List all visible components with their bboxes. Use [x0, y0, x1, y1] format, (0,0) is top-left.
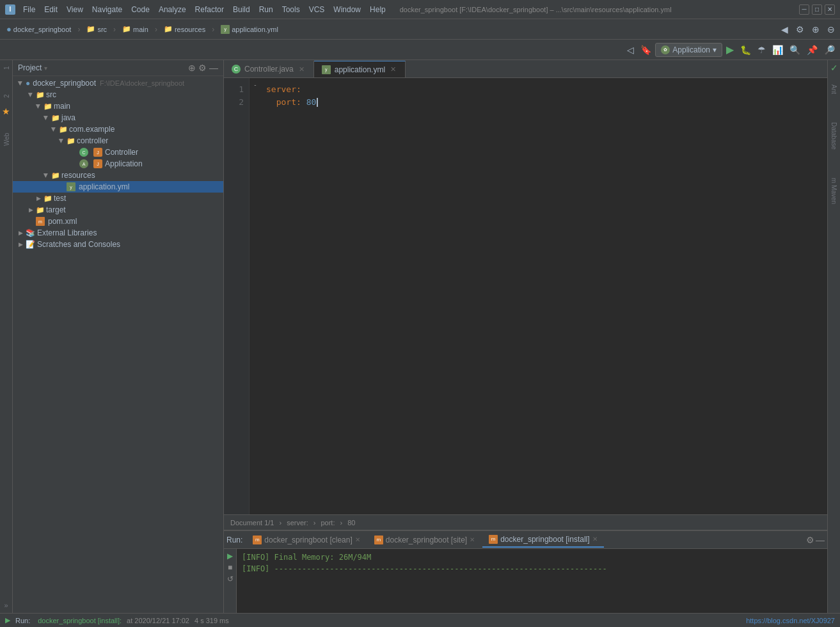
- arrow-main: ▶: [35, 102, 42, 110]
- tab-controllerjava[interactable]: C Controller.java ✕: [224, 61, 314, 77]
- project-btn[interactable]: ● docker_springboot: [3, 22, 75, 36]
- sidebar-settings-btn[interactable]: ⚙: [198, 63, 207, 73]
- menu-help[interactable]: Help: [366, 4, 390, 15]
- doc-info: Document 1/1: [230, 519, 274, 527]
- tree-item-src[interactable]: ▶ 📁 src: [13, 89, 223, 100]
- tab-controllerjava-close[interactable]: ✕: [297, 65, 306, 74]
- ant-icon[interactable]: Ant: [829, 82, 839, 97]
- nav-back-icon[interactable]: ◁: [624, 44, 637, 56]
- folder-comexample-icon: 📁: [59, 125, 68, 134]
- menu-navigate[interactable]: Navigate: [88, 4, 126, 15]
- fold-indicator-1[interactable]: -: [250, 78, 261, 91]
- star-icon[interactable]: ★: [1, 106, 12, 116]
- sidebar-sync-btn[interactable]: ⊕: [188, 63, 196, 73]
- code-key-server: server:: [266, 83, 301, 96]
- structure-icon[interactable]: 1: [1, 63, 12, 73]
- project-dropdown-arrow[interactable]: ▾: [44, 65, 47, 72]
- yml-icon: y: [221, 25, 230, 34]
- bottom-minimize-btn[interactable]: —: [816, 535, 825, 545]
- bottom-tab-clean-close[interactable]: ✕: [355, 536, 360, 543]
- appyml-btn[interactable]: y application.yml: [217, 23, 282, 36]
- bottom-settings-btn[interactable]: ⚙: [806, 535, 814, 545]
- menu-vcs[interactable]: VCS: [305, 4, 329, 15]
- tree-item-controller-folder[interactable]: ▶ 📁 controller: [13, 135, 223, 147]
- bottom-tab-clean[interactable]: m docker_springboot [clean] ✕: [246, 533, 366, 547]
- status-sep-2: ›: [313, 519, 316, 527]
- tree-item-appyml[interactable]: y application.yml: [13, 181, 223, 193]
- restore-button[interactable]: □: [812, 4, 822, 15]
- bottom-tab-install[interactable]: m docker_springboot [install] ✕: [482, 532, 603, 548]
- tree-item-java[interactable]: ▶ 📁 java: [13, 112, 223, 123]
- menu-analyze[interactable]: Analyze: [155, 4, 190, 15]
- run-config-dropdown[interactable]: ✿ Application ▾: [655, 43, 722, 57]
- bottom-tab-site[interactable]: m docker_springboot [site] ✕: [368, 533, 481, 547]
- tree-item-scratches[interactable]: ▶ 📝 Scratches and Consoles: [13, 239, 223, 250]
- sidebar-actions: ⊕ ⚙ —: [188, 63, 218, 73]
- bookmark-icon[interactable]: 🔖: [638, 44, 654, 56]
- bookmark-mgr-btn[interactable]: 📌: [804, 44, 820, 56]
- bottom-tab-site-close[interactable]: ✕: [470, 536, 475, 543]
- menu-code[interactable]: Code: [127, 4, 154, 15]
- debug-btn[interactable]: 🐛: [738, 44, 754, 56]
- menu-refactor[interactable]: Refactor: [191, 4, 228, 15]
- nav-toolbar: ● docker_springboot › 📁 src › 📁 main › 📁…: [0, 19, 840, 40]
- close-button[interactable]: ✕: [825, 4, 835, 15]
- bottom-rerun-btn[interactable]: ↺: [227, 575, 234, 583]
- src-btn[interactable]: 📁 src: [83, 23, 111, 36]
- find-btn[interactable]: 🔎: [821, 44, 837, 56]
- collapse-btn[interactable]: ⊖: [825, 23, 837, 36]
- tab-appyml[interactable]: y application.yml ✕: [314, 61, 406, 77]
- main-btn[interactable]: 📁 main: [118, 23, 152, 36]
- maven-icon[interactable]: m Maven: [829, 175, 839, 207]
- menu-build[interactable]: Build: [229, 4, 254, 15]
- tree-item-applicationjava[interactable]: A J Application: [13, 158, 223, 170]
- menu-window[interactable]: Window: [329, 4, 365, 15]
- more-icon[interactable]: »: [1, 600, 12, 610]
- web-icon[interactable]: Web: [1, 134, 12, 145]
- tree-item-pomxml[interactable]: m pom.xml: [13, 216, 223, 227]
- bottom-stop-btn[interactable]: ■: [228, 563, 232, 572]
- bottom-tab-clean-label: docker_springboot [clean]: [264, 536, 352, 544]
- folder-main-icon: 📁: [44, 102, 52, 111]
- vcs-check-icon[interactable]: ✓: [830, 63, 838, 73]
- tab-appyml-close[interactable]: ✕: [389, 65, 397, 74]
- tree-item-main[interactable]: ▶ 📁 main: [13, 100, 223, 112]
- favorites-icon[interactable]: 2: [1, 91, 12, 101]
- coverage-btn[interactable]: ☂: [755, 44, 768, 56]
- tree-item-target[interactable]: ▶ 📁 target: [13, 204, 223, 216]
- tree-item-project[interactable]: ▶ ● docker_springboot F:\IDEA\docker_spr…: [13, 77, 223, 89]
- menu-tools[interactable]: Tools: [278, 4, 304, 15]
- menu-run[interactable]: Run: [255, 4, 277, 15]
- run-button[interactable]: ▶: [724, 42, 736, 57]
- java-icon-app: J: [93, 159, 102, 168]
- profile-btn[interactable]: 📊: [770, 44, 786, 56]
- run-config-label: Application: [672, 45, 710, 54]
- code-value-port: 80: [306, 96, 317, 109]
- tree-item-resources[interactable]: ▶ 📁 resources: [13, 170, 223, 181]
- xml-icon-pom: m: [36, 217, 45, 226]
- minimize-button[interactable]: ─: [799, 4, 809, 15]
- tree-item-comexample[interactable]: ▶ 📁 com.example: [13, 123, 223, 135]
- tree-item-test[interactable]: ▶ 📁 test: [13, 193, 223, 204]
- menu-view[interactable]: View: [63, 4, 87, 15]
- database-icon[interactable]: Database: [829, 120, 839, 152]
- settings-btn[interactable]: ⚙: [793, 23, 807, 36]
- bottom-tab-site-label: docker_springboot [site]: [386, 536, 467, 544]
- code-line-2: port: 80: [266, 96, 827, 109]
- yml-file-icon: y: [67, 182, 75, 191]
- code-editor[interactable]: server: port: 80: [261, 78, 827, 514]
- tab-appyml-label: application.yml: [335, 65, 385, 74]
- tree-item-extlibs[interactable]: ▶ 📚 External Libraries: [13, 227, 223, 239]
- resources-btn[interactable]: 📁 resources: [160, 23, 209, 36]
- back-btn[interactable]: ◀: [779, 23, 791, 36]
- bottom-tabs: Run: m docker_springboot [clean] ✕ m doc…: [224, 531, 827, 549]
- expand-btn[interactable]: ⊕: [809, 23, 822, 36]
- tree-item-controllerjava[interactable]: C J Controller: [13, 147, 223, 158]
- search-everywhere-btn[interactable]: 🔍: [787, 44, 803, 56]
- status-blog-link[interactable]: https://blog.csdn.net/XJ0927: [746, 617, 835, 624]
- bottom-run-btn[interactable]: ▶: [227, 552, 233, 560]
- menu-file[interactable]: File: [19, 4, 39, 15]
- bottom-tab-install-close[interactable]: ✕: [592, 536, 598, 543]
- sidebar-collapse-btn[interactable]: —: [209, 63, 218, 73]
- menu-edit[interactable]: Edit: [40, 4, 61, 15]
